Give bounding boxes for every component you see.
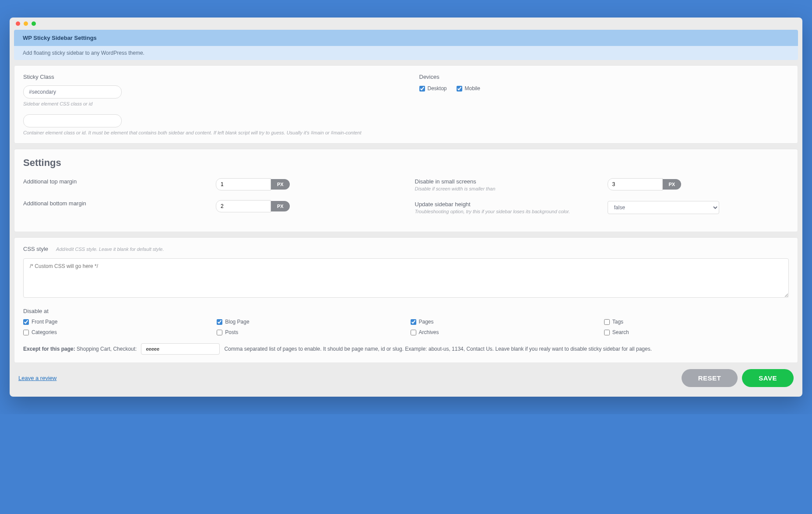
save-button[interactable]: SAVE: [742, 369, 794, 387]
sticky-class-input[interactable]: [23, 85, 122, 99]
page-subtitle: Add floating sticky sidebar to any WordP…: [14, 46, 798, 60]
disable-tags[interactable]: Tags: [604, 319, 789, 325]
window-titlebar: [10, 18, 802, 30]
css-textarea[interactable]: [23, 258, 789, 298]
update-height-select[interactable]: false: [608, 201, 719, 214]
disable-small-label: Disable in small screens: [415, 178, 608, 185]
sticky-panel: Sticky Class Sidebar element CSS class o…: [14, 65, 798, 144]
bottom-margin-label: Additional bottom margin: [23, 200, 216, 207]
disable-small-hint: Disable if screen width is smaller than: [415, 186, 608, 191]
page-title: WP Sticky Sidebar Settings: [14, 30, 798, 46]
app-window: WP Sticky Sidebar Settings Add floating …: [10, 18, 802, 397]
disable-categories[interactable]: Categories: [23, 329, 208, 335]
sticky-class-hint: Sidebar element CSS class or id: [23, 101, 393, 106]
device-desktop-checkbox[interactable]: Desktop: [419, 85, 447, 92]
update-height-hint: Troubleshooting option, try this if your…: [415, 209, 608, 214]
top-margin-label: Additional top margin: [23, 178, 216, 185]
disable-front-page[interactable]: Front Page: [23, 319, 208, 325]
css-panel: CSS style Add/edit CSS style. Leave it b…: [14, 237, 798, 363]
leave-review-link[interactable]: Leave a review: [18, 375, 56, 381]
px-unit: PX: [663, 179, 682, 190]
update-height-label: Update sidebar height: [415, 201, 608, 208]
disable-small-input[interactable]: [608, 178, 663, 190]
except-hint: Comma separated list of pages to enable.…: [224, 346, 789, 352]
sticky-class-label: Sticky Class: [23, 74, 393, 80]
maximize-icon[interactable]: [32, 21, 36, 26]
top-margin-input[interactable]: [216, 178, 271, 190]
disable-archives[interactable]: Archives: [411, 329, 595, 335]
except-label: Except for this page:: [23, 346, 75, 352]
container-class-input[interactable]: [23, 114, 122, 127]
close-icon[interactable]: [16, 21, 20, 26]
css-label: CSS style: [23, 246, 48, 252]
px-unit: PX: [271, 201, 290, 211]
px-unit: PX: [271, 179, 290, 190]
settings-heading: Settings: [23, 157, 789, 169]
except-sample: Shopping Cart, Checkout:: [77, 346, 137, 352]
disable-search[interactable]: Search: [604, 329, 789, 335]
devices-label: Devices: [419, 74, 789, 80]
bottom-margin-input[interactable]: [216, 200, 271, 212]
disable-posts[interactable]: Posts: [217, 329, 401, 335]
reset-button[interactable]: RESET: [682, 369, 738, 387]
container-class-hint: Container element class or id. It must b…: [23, 130, 393, 135]
disable-blog-page[interactable]: Blog Page: [217, 319, 401, 325]
minimize-icon[interactable]: [24, 21, 28, 26]
disable-at-label: Disable at: [23, 308, 789, 314]
settings-panel: Settings Additional top margin PX Additi…: [14, 149, 798, 232]
disable-pages[interactable]: Pages: [411, 319, 595, 325]
except-input[interactable]: [141, 343, 220, 355]
device-mobile-checkbox[interactable]: Mobile: [457, 85, 480, 92]
css-hint: Add/edit CSS style. Leave it blank for d…: [56, 246, 164, 252]
